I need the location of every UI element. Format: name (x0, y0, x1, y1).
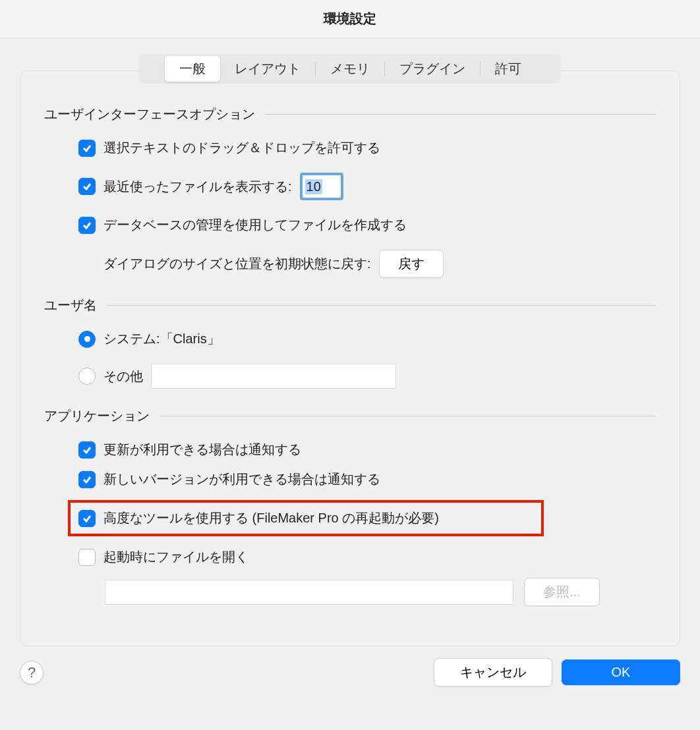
label-show-recent: 最近使ったファイルを表示する: (103, 178, 292, 196)
label-notify-new-version: 新しいバージョンが利用できる場合は通知する (103, 470, 380, 488)
tab-general[interactable]: 一般 (165, 56, 220, 82)
reset-dialogs-button[interactable]: 戻す (379, 250, 444, 278)
dialog-footer: ? キャンセル OK (0, 646, 700, 701)
check-icon (82, 220, 92, 231)
checkbox-show-recent[interactable] (78, 178, 96, 195)
radio-system-username[interactable] (78, 331, 96, 348)
label-allow-drag-drop: 選択テキストのドラッグ＆ドロップを許可する (103, 139, 380, 157)
label-other-username: その他 (103, 368, 143, 385)
tab-layout[interactable]: レイアウト (220, 56, 315, 82)
help-button[interactable]: ? (20, 661, 44, 685)
checkbox-create-with-manage[interactable] (78, 217, 96, 234)
check-icon (82, 513, 92, 524)
label-system-username: システム:「Claris」 (103, 330, 220, 348)
window-title-bar: 環境設定 (0, 0, 700, 38)
settings-panel: ユーザインターフェースオプション 選択テキストのドラッグ＆ドロップを許可する 最… (20, 70, 680, 646)
label-create-with-manage: データベースの管理を使用してファイルを作成する (103, 216, 407, 234)
checkbox-advanced-tools[interactable] (78, 510, 96, 527)
section-divider (264, 114, 656, 115)
section-title-ui: ユーザインターフェースオプション (44, 105, 255, 123)
input-other-username[interactable] (151, 364, 396, 389)
tab-bar: 一般 レイアウト メモリ プラグイン 許可 (139, 54, 561, 84)
help-icon: ? (28, 664, 36, 681)
section-application: アプリケーション 更新が利用できる場合は通知する 新しいバージョンが利用できる場… (44, 407, 656, 606)
check-icon (82, 445, 92, 455)
input-recent-count-value: 10 (305, 179, 322, 194)
label-advanced-tools: 高度なツールを使用する (FileMaker Pro の再起動が必要) (103, 509, 439, 527)
highlighted-option: 高度なツールを使用する (FileMaker Pro の再起動が必要) (68, 500, 544, 536)
checkbox-open-on-startup[interactable] (78, 549, 96, 566)
radio-other-username[interactable] (78, 368, 96, 385)
checkbox-notify-new-version[interactable] (78, 471, 96, 488)
section-divider (159, 416, 656, 416)
label-open-on-startup: 起動時にファイルを開く (103, 548, 248, 566)
section-title-application: アプリケーション (44, 407, 150, 425)
browse-button[interactable]: 参照... (524, 578, 600, 606)
input-startup-file[interactable] (105, 580, 513, 605)
input-recent-count[interactable]: 10 (300, 173, 343, 200)
section-title-username: ユーザ名 (44, 296, 97, 314)
section-username: ユーザ名 システム:「Claris」 その他 (44, 296, 656, 389)
section-divider (106, 305, 656, 306)
tab-memory[interactable]: メモリ (316, 56, 384, 82)
window-title: 環境設定 (324, 10, 376, 28)
check-icon (82, 143, 92, 154)
checkbox-allow-drag-drop[interactable] (78, 140, 96, 157)
check-icon (82, 181, 92, 192)
section-ui-options: ユーザインターフェースオプション 選択テキストのドラッグ＆ドロップを許可する 最… (44, 105, 656, 278)
cancel-button[interactable]: キャンセル (434, 658, 552, 687)
tab-plugins[interactable]: プラグイン (385, 56, 480, 82)
label-reset-dialog: ダイアログのサイズと位置を初期状態に戻す: (103, 255, 371, 273)
ok-button[interactable]: OK (562, 660, 680, 685)
checkbox-notify-update[interactable] (78, 441, 96, 459)
tab-permit[interactable]: 許可 (481, 56, 536, 82)
check-icon (82, 474, 92, 485)
label-notify-update: 更新が利用できる場合は通知する (103, 441, 301, 459)
